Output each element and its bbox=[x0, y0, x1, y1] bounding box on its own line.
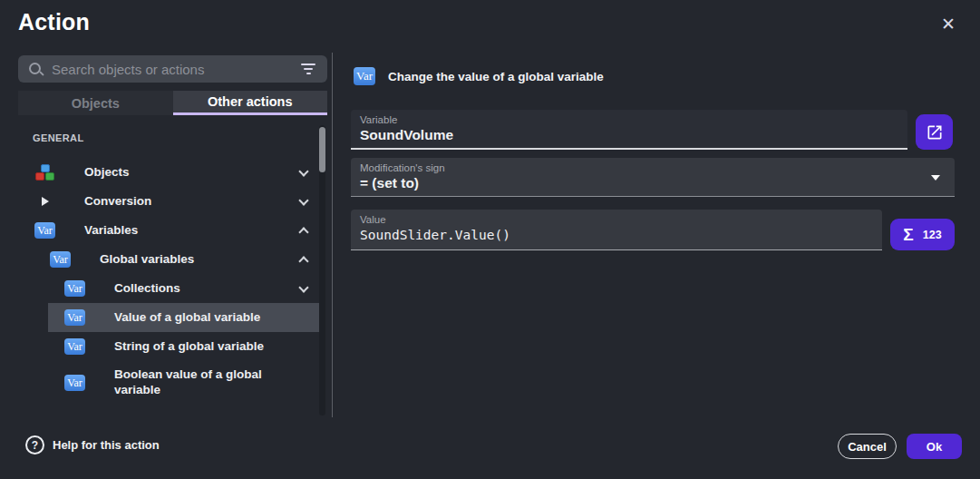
chevron-down-icon[interactable] bbox=[298, 166, 308, 176]
tree-item-label: Variables bbox=[84, 223, 300, 239]
value-field-label: Value bbox=[360, 214, 882, 225]
var-badge-icon: Var bbox=[34, 222, 55, 239]
help-link[interactable]: ? Help for this action bbox=[25, 435, 160, 455]
action-dialog: Action ✕ Objects Other actions GENERAL O… bbox=[0, 0, 980, 479]
filter-icon[interactable] bbox=[301, 64, 315, 74]
modification-sign-select[interactable]: Modification's sign = (set to) bbox=[351, 158, 955, 197]
selected-action-title: Change the value of a global variable bbox=[388, 70, 604, 83]
chevron-down-icon[interactable] bbox=[298, 282, 308, 292]
modification-sign-value: = (set to) bbox=[360, 175, 927, 191]
var-badge-icon: Var bbox=[64, 280, 85, 297]
tab-bar: Objects Other actions bbox=[18, 91, 327, 115]
variable-input[interactable] bbox=[360, 127, 880, 143]
tree-item-value-of-global-variable[interactable]: Var Value of a global variable bbox=[0, 303, 323, 332]
tree-item-label: Collections bbox=[114, 281, 300, 297]
tab-objects[interactable]: Objects bbox=[18, 91, 173, 115]
sigma-icon: Σ bbox=[903, 225, 913, 245]
selected-action-header: Var Change the value of a global variabl… bbox=[354, 67, 604, 85]
search-box[interactable] bbox=[18, 55, 327, 83]
ok-button[interactable]: Ok bbox=[907, 434, 962, 459]
tree-item-label: Objects bbox=[84, 165, 300, 181]
modification-sign-label: Modification's sign bbox=[360, 162, 955, 173]
tree-item-conversion[interactable]: Conversion bbox=[0, 187, 323, 216]
value-field[interactable]: Value bbox=[351, 210, 882, 250]
tree-item-global-variables[interactable]: Var Global variables bbox=[0, 245, 323, 274]
tree-item-label: Global variables bbox=[100, 252, 300, 268]
variable-field-label: Variable bbox=[360, 114, 907, 125]
play-icon bbox=[34, 192, 55, 210]
tree-item-string-of-global-variable[interactable]: Var String of a global variable bbox=[0, 332, 323, 361]
page-title: Action bbox=[18, 9, 90, 35]
tree-item-collections[interactable]: Var Collections bbox=[0, 274, 323, 303]
var-badge-icon: Var bbox=[64, 309, 85, 326]
variable-field[interactable]: Variable bbox=[351, 110, 907, 150]
objects-cubes-icon bbox=[34, 163, 55, 181]
value-input[interactable] bbox=[360, 228, 855, 242]
search-input[interactable] bbox=[52, 62, 301, 77]
action-tree: GENERAL Objects Conversion Var Variables… bbox=[0, 120, 328, 405]
tree-scrollbar-thumb[interactable] bbox=[319, 127, 325, 172]
expression-builder-button[interactable]: Σ 123 bbox=[890, 219, 955, 250]
chevron-down-icon[interactable] bbox=[298, 195, 308, 205]
tree-item-label: String of a global variable bbox=[114, 339, 323, 355]
open-in-new-icon bbox=[926, 123, 944, 142]
open-variable-editor-button[interactable] bbox=[916, 114, 953, 150]
tree-item-label: Boolean value of a global variable bbox=[114, 367, 270, 398]
chevron-up-icon[interactable] bbox=[298, 227, 308, 237]
tree-section-general: GENERAL bbox=[33, 132, 328, 143]
tree-item-objects[interactable]: Objects bbox=[0, 158, 323, 187]
help-icon: ? bbox=[25, 435, 44, 455]
var-badge-icon: Var bbox=[50, 251, 71, 268]
help-label: Help for this action bbox=[53, 438, 160, 452]
numbers-icon: 123 bbox=[923, 229, 942, 241]
chevron-down-icon bbox=[931, 175, 940, 181]
tree-item-label: Value of a global variable bbox=[114, 310, 323, 326]
cancel-button[interactable]: Cancel bbox=[838, 434, 897, 459]
search-icon bbox=[28, 62, 44, 77]
tree-item-variables[interactable]: Var Variables bbox=[0, 216, 323, 245]
var-badge-icon: Var bbox=[64, 338, 85, 355]
tree-item-label: Conversion bbox=[84, 194, 300, 210]
var-badge-icon: Var bbox=[354, 67, 375, 85]
tree-item-boolean-of-global-variable[interactable]: Var Boolean value of a global variable bbox=[0, 361, 323, 405]
close-icon[interactable]: ✕ bbox=[936, 11, 961, 36]
chevron-up-icon[interactable] bbox=[298, 256, 308, 266]
var-badge-icon: Var bbox=[64, 375, 85, 391]
panel-divider bbox=[332, 53, 333, 417]
tab-other-actions[interactable]: Other actions bbox=[173, 91, 328, 115]
